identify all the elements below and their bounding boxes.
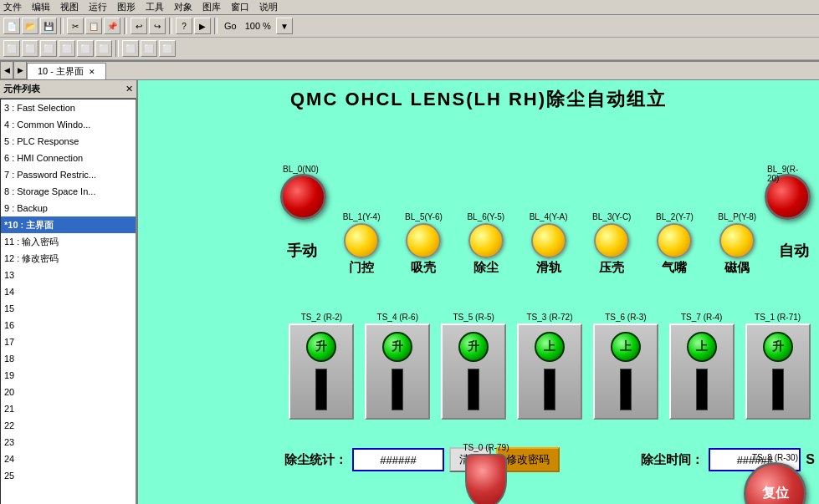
menu-window[interactable]: 窗口 bbox=[231, 1, 249, 13]
sidebar-item-7[interactable]: 9 : Backup bbox=[1, 200, 136, 216]
slider-btn-TS6[interactable]: 上 bbox=[611, 332, 641, 362]
reset-btn[interactable]: 复位 bbox=[744, 462, 806, 504]
red-circle-right[interactable]: BL_9(R-20) bbox=[765, 174, 811, 220]
tb-paste[interactable]: 📌 bbox=[104, 18, 120, 34]
zoom-value: 100 % bbox=[245, 21, 271, 31]
slider-btn-TS4[interactable]: 升 bbox=[382, 332, 412, 362]
menu-view[interactable]: 视图 bbox=[60, 1, 79, 13]
slider-btn-TS1[interactable]: 升 bbox=[763, 332, 793, 362]
slider-track-TS5 bbox=[468, 369, 479, 410]
tab-nav-left[interactable]: ◀ bbox=[0, 61, 13, 79]
indicator-circle-BL7[interactable] bbox=[719, 223, 755, 258]
tb-new[interactable]: 📄 bbox=[3, 18, 20, 34]
indicator-circle-BL3[interactable] bbox=[468, 223, 504, 258]
sidebar-item-15[interactable]: 17 bbox=[1, 333, 136, 350]
red-circle-left[interactable]: BL_0(N0) bbox=[280, 174, 326, 220]
slider-col-TS5: TS_5 (R-5)升 bbox=[437, 313, 511, 420]
tb-b3[interactable]: ⬜ bbox=[22, 40, 38, 57]
indicator-circle-BL1[interactable] bbox=[344, 223, 379, 258]
menu-library[interactable]: 图库 bbox=[202, 1, 221, 13]
slider-btn-TS7[interactable]: 上 bbox=[687, 332, 717, 362]
slider-btn-TS5[interactable]: 升 bbox=[458, 332, 489, 362]
indicator-name-BL4: 滑轨 bbox=[536, 260, 561, 276]
indicator-circle-BL5[interactable] bbox=[594, 223, 629, 258]
slider-track-TS6 bbox=[620, 369, 632, 410]
slider-track-TS4 bbox=[392, 369, 403, 410]
tb-redo[interactable]: ↪ bbox=[149, 18, 166, 34]
sidebar-item-23[interactable]: 25 bbox=[1, 467, 136, 484]
tb-run[interactable]: ▶ bbox=[194, 18, 211, 34]
dust-count-input[interactable]: ###### bbox=[352, 448, 444, 471]
sidebar-item-17[interactable]: 19 bbox=[1, 367, 136, 384]
slider-box-TS4: 升 bbox=[365, 323, 430, 420]
sidebar-item-8[interactable]: *10 : 主界面 bbox=[1, 216, 136, 233]
menu-file[interactable]: 文件 bbox=[3, 1, 22, 13]
slider-col-TS3: TS_3 (R-72)上 bbox=[513, 313, 587, 420]
sidebar-item-22[interactable]: 24 bbox=[1, 451, 136, 467]
sidebar-item-2[interactable]: 4 : Common Windo... bbox=[1, 116, 136, 133]
switch-area: TS_0 (R-79) 手动自动切换 bbox=[456, 443, 516, 504]
sidebar-item-10[interactable]: 12 : 修改密码 bbox=[1, 250, 136, 267]
sidebar-item-11[interactable]: 13 bbox=[1, 267, 136, 283]
tb-compile[interactable]: ? bbox=[176, 18, 192, 34]
menu-run[interactable]: 运行 bbox=[89, 1, 107, 13]
indicator-col-BL5: BL_3(Y-C)压壳 bbox=[592, 212, 631, 276]
sidebar-item-14[interactable]: 16 bbox=[1, 317, 136, 333]
sidebar: 元件列表 ✕ 3 : Fast Selection4 : Common Wind… bbox=[0, 80, 138, 504]
top-left-label: BL_0(N0) bbox=[283, 165, 319, 174]
tb-b6[interactable]: ⬜ bbox=[77, 40, 94, 57]
sidebar-item-4[interactable]: 6 : HMI Connection bbox=[1, 150, 136, 166]
sidebar-item-5[interactable]: 7 : Password Restric... bbox=[1, 166, 136, 183]
sidebar-item-3[interactable]: 5 : PLC Response bbox=[1, 133, 136, 150]
tb-b7[interactable]: ⬜ bbox=[95, 40, 112, 57]
sidebar-item-13[interactable]: 15 bbox=[1, 300, 136, 317]
sidebar-item-20[interactable]: 22 bbox=[1, 417, 136, 434]
tb-b4[interactable]: ⬜ bbox=[40, 40, 57, 57]
sidebar-item-21[interactable]: 23 bbox=[1, 434, 136, 451]
tb-open[interactable]: 📂 bbox=[22, 18, 38, 34]
indicator-circle-BL4[interactable] bbox=[531, 223, 566, 258]
menu-bar: 文件 编辑 视图 运行 图形 工具 对象 图库 窗口 说明 bbox=[0, 0, 819, 15]
menu-help[interactable]: 说明 bbox=[259, 1, 278, 13]
zoom-dropdown[interactable]: ▼ bbox=[276, 18, 293, 34]
slider-btn-TS3[interactable]: 上 bbox=[535, 332, 565, 362]
tb-copy[interactable]: 📋 bbox=[85, 18, 102, 34]
indicator-circle-BL6[interactable] bbox=[657, 223, 692, 258]
indicator-name-BL2: 吸壳 bbox=[411, 260, 436, 276]
menu-graphic[interactable]: 图形 bbox=[117, 1, 136, 13]
menu-tools[interactable]: 工具 bbox=[146, 1, 164, 13]
tab-nav-right[interactable]: ▶ bbox=[13, 61, 27, 79]
slider-col-TS6: TS_6 (R-3)上 bbox=[588, 313, 663, 420]
tb-undo[interactable]: ↩ bbox=[131, 18, 147, 34]
tab-area: ◀ ▶ 10 - 主界面 ✕ bbox=[0, 62, 819, 80]
sidebar-item-12[interactable]: 14 bbox=[1, 283, 136, 300]
sidebar-item-1[interactable]: 3 : Fast Selection bbox=[1, 99, 136, 116]
sidebar-close-btn[interactable]: ✕ bbox=[125, 84, 133, 94]
tb-save[interactable]: 💾 bbox=[40, 18, 57, 34]
menu-object[interactable]: 对象 bbox=[174, 1, 192, 13]
dust-time-label: 除尘时间： bbox=[641, 452, 704, 468]
slider-btn-TS2[interactable]: 升 bbox=[306, 332, 336, 362]
sidebar-item-16[interactable]: 18 bbox=[1, 350, 136, 367]
tb-b8[interactable]: ⬜ bbox=[122, 40, 139, 57]
sidebar-item-6[interactable]: 8 : Storage Space In... bbox=[1, 183, 136, 200]
tb-b2[interactable]: ⬜ bbox=[3, 40, 20, 57]
dust-count-label: 除尘统计： bbox=[284, 452, 347, 468]
slider-col-TS7: TS_7 (R-4)上 bbox=[664, 313, 739, 420]
switch-knob[interactable] bbox=[465, 454, 507, 504]
sidebar-item-19[interactable]: 21 bbox=[1, 400, 136, 417]
top-right-label: BL_9(R-20) bbox=[767, 165, 808, 183]
toolbar-row-2: ⬜ ⬜ ⬜ ⬜ ⬜ ⬜ ⬜ ⬜ ⬜ bbox=[0, 38, 819, 60]
tb-cut[interactable]: ✂ bbox=[67, 18, 84, 34]
tab-main[interactable]: 10 - 主界面 ✕ bbox=[27, 63, 106, 79]
tb-b10[interactable]: ⬜ bbox=[159, 40, 176, 57]
indicator-circle-BL2[interactable] bbox=[406, 223, 441, 258]
sidebar-item-9[interactable]: 11 : 输入密码 bbox=[1, 233, 136, 250]
tb-b9[interactable]: ⬜ bbox=[141, 40, 157, 57]
indicator-name-BL5: 压壳 bbox=[599, 260, 624, 276]
tab-close-btn[interactable]: ✕ bbox=[89, 68, 95, 76]
menu-edit[interactable]: 编辑 bbox=[32, 1, 50, 13]
sidebar-item-18[interactable]: 20 bbox=[1, 384, 136, 400]
tb-b5[interactable]: ⬜ bbox=[59, 40, 75, 57]
indicator-tag-BL5: BL_3(Y-C) bbox=[592, 212, 631, 221]
